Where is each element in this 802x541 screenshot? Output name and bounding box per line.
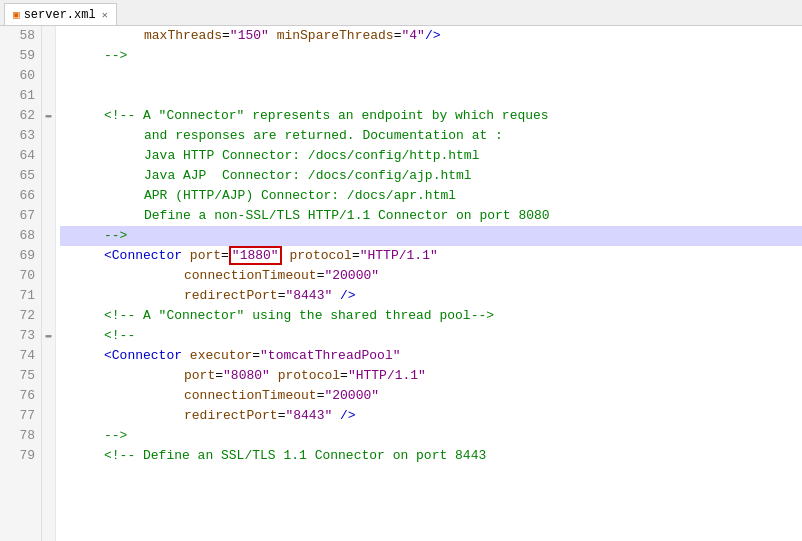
code-line-74: <Connector executor="tomcatThreadPool" (60, 346, 802, 366)
fold-67 (42, 206, 55, 226)
line-num-69: 69 (6, 246, 35, 266)
fold-65 (42, 166, 55, 186)
fold-58 (42, 26, 55, 46)
line-num-58: 58 (6, 26, 35, 46)
line-num-72: 72 (6, 306, 35, 326)
fold-70 (42, 266, 55, 286)
fold-69 (42, 246, 55, 266)
code-line-62: <!-- A "Connector" represents an endpoin… (60, 106, 802, 126)
fold-61 (42, 86, 55, 106)
code-line-70: connectionTimeout="20000" (60, 266, 802, 286)
fold-gutter: ▬ ▬ (42, 26, 56, 541)
fold-75 (42, 366, 55, 386)
fold-79 (42, 446, 55, 466)
line-num-77: 77 (6, 406, 35, 426)
code-line-63: and responses are returned. Documentatio… (60, 126, 802, 146)
fold-59 (42, 46, 55, 66)
fold-72 (42, 306, 55, 326)
fold-66 (42, 186, 55, 206)
code-content[interactable]: maxThreads="150" minSpareThreads="4"/> -… (56, 26, 802, 541)
line-num-74: 74 (6, 346, 35, 366)
line-num-63: 63 (6, 126, 35, 146)
code-line-68: --> (60, 226, 802, 246)
code-line-79: <!-- Define an SSL/TLS 1.1 Connector on … (60, 446, 802, 466)
code-line-77: redirectPort="8443" /> (60, 406, 802, 426)
line-num-75: 75 (6, 366, 35, 386)
line-num-62: 62 (6, 106, 35, 126)
code-line-58: maxThreads="150" minSpareThreads="4"/> (60, 26, 802, 46)
code-line-71: redirectPort="8443" /> (60, 286, 802, 306)
fold-68 (42, 226, 55, 246)
line-num-78: 78 (6, 426, 35, 446)
line-num-67: 67 (6, 206, 35, 226)
code-line-75: port="8080" protocol="HTTP/1.1" (60, 366, 802, 386)
code-line-73: <!-- (60, 326, 802, 346)
tab-bar: ▣ server.xml ✕ (0, 0, 802, 26)
xml-file-icon: ▣ (13, 8, 20, 21)
line-numbers: 58 59 60 61 62 63 64 65 66 67 68 69 70 7… (0, 26, 42, 541)
code-line-76: connectionTimeout="20000" (60, 386, 802, 406)
line-num-61: 61 (6, 86, 35, 106)
file-tab[interactable]: ▣ server.xml ✕ (4, 3, 117, 25)
line-num-65: 65 (6, 166, 35, 186)
code-line-78: --> (60, 426, 802, 446)
fold-60 (42, 66, 55, 86)
fold-76 (42, 386, 55, 406)
line-num-71: 71 (6, 286, 35, 306)
fold-78 (42, 426, 55, 446)
code-line-60 (60, 66, 802, 86)
line-num-68: 68 (6, 226, 35, 246)
line-num-76: 76 (6, 386, 35, 406)
code-line-64: Java HTTP Connector: /docs/config/http.h… (60, 146, 802, 166)
tab-filename: server.xml (24, 8, 96, 22)
fold-74 (42, 346, 55, 366)
line-num-70: 70 (6, 266, 35, 286)
line-num-59: 59 (6, 46, 35, 66)
line-num-79: 79 (6, 446, 35, 466)
code-line-59: --> (60, 46, 802, 66)
fold-62[interactable]: ▬ (42, 106, 55, 126)
fold-71 (42, 286, 55, 306)
editor-area: 58 59 60 61 62 63 64 65 66 67 68 69 70 7… (0, 26, 802, 541)
code-line-66: APR (HTTP/AJP) Connector: /docs/apr.html (60, 186, 802, 206)
code-line-65: Java AJP Connector: /docs/config/ajp.htm… (60, 166, 802, 186)
code-line-72: <!-- A "Connector" using the shared thre… (60, 306, 802, 326)
fold-64 (42, 146, 55, 166)
fold-73[interactable]: ▬ (42, 326, 55, 346)
fold-63 (42, 126, 55, 146)
tab-close-button[interactable]: ✕ (102, 9, 108, 21)
code-line-69: <Connector port="1880" protocol="HTTP/1.… (60, 246, 802, 266)
fold-77 (42, 406, 55, 426)
line-num-66: 66 (6, 186, 35, 206)
line-num-64: 64 (6, 146, 35, 166)
code-line-61 (60, 86, 802, 106)
line-num-73: 73 (6, 326, 35, 346)
code-line-67: Define a non-SSL/TLS HTTP/1.1 Connector … (60, 206, 802, 226)
line-num-60: 60 (6, 66, 35, 86)
